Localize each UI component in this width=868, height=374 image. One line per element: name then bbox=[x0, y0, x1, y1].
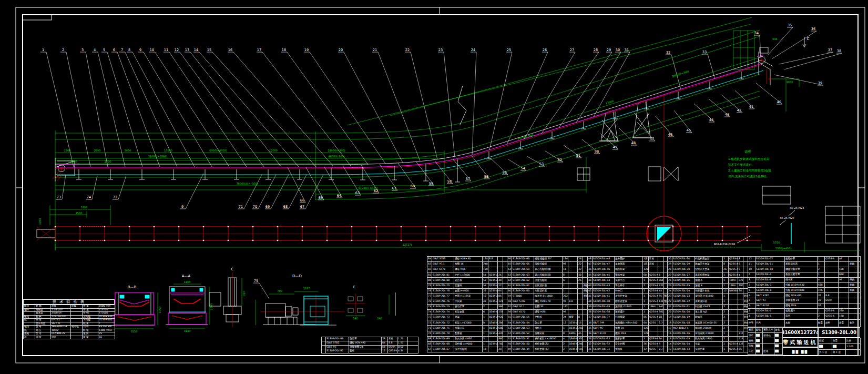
plan-node bbox=[598, 226, 599, 227]
leader-line bbox=[244, 175, 262, 209]
plan-node bbox=[326, 240, 328, 241]
leader-line bbox=[287, 52, 368, 165]
table-cell: 42 bbox=[483, 299, 488, 304]
plan-node bbox=[450, 240, 451, 241]
table-cell: 1 bbox=[818, 272, 825, 277]
balloon-17: 17 bbox=[257, 48, 261, 52]
table-cell: 50 bbox=[507, 341, 512, 347]
table-cell bbox=[568, 304, 578, 309]
plan-node bbox=[302, 240, 303, 241]
table-cell: 8 bbox=[563, 331, 568, 336]
table-cell: 75 bbox=[427, 304, 432, 309]
table-cell: 2.74 bbox=[658, 320, 663, 326]
table-cell: 3 bbox=[748, 304, 755, 309]
table-cell: 1 bbox=[483, 326, 488, 331]
table-cell bbox=[658, 257, 663, 262]
table-cell: 8 bbox=[723, 262, 729, 267]
balloon-73: 73 bbox=[57, 195, 61, 199]
balloon-24: 24 bbox=[471, 48, 475, 52]
table-cell bbox=[568, 310, 578, 315]
table-cell: 32 bbox=[578, 267, 583, 272]
table-cell: 6 bbox=[563, 278, 568, 283]
table-cell: 260 bbox=[839, 309, 849, 314]
table-cell: S1309-20L-1 bbox=[755, 314, 785, 319]
table-cell: 24 bbox=[563, 315, 568, 320]
table-cell bbox=[738, 304, 743, 309]
table-cell: S1309-20L-60 bbox=[512, 288, 534, 294]
table-cell: 更改文件 bbox=[763, 328, 774, 333]
table-cell: 32 bbox=[818, 293, 825, 298]
table-cell bbox=[825, 282, 839, 288]
balloon-21: 21 bbox=[373, 48, 377, 52]
table-cell: 64 bbox=[507, 267, 512, 272]
table-cell: 溜槽 A bbox=[695, 278, 723, 283]
plan-node bbox=[154, 226, 155, 227]
table-cell: 调心托辊组(回) bbox=[534, 272, 563, 278]
table-cell bbox=[755, 355, 763, 356]
table-cell: 尾部漏斗 bbox=[615, 310, 643, 315]
callout-label: n6 25-M20 bbox=[780, 216, 794, 219]
plan-node bbox=[425, 240, 426, 241]
table-cell: 底座 bbox=[785, 314, 818, 319]
table-cell: S1309-20L-70 bbox=[432, 331, 454, 336]
table-cell: 走廊围护 bbox=[615, 257, 643, 262]
bom-header: 件号代号名称数量材料质量备注 bbox=[748, 319, 861, 327]
table-cell: 860 bbox=[498, 336, 503, 341]
table-cell: Q235-A bbox=[488, 299, 498, 304]
table-cell: 56 bbox=[507, 310, 512, 315]
table-cell: 支腿 H=1250 bbox=[454, 294, 483, 299]
balloon-11: 11 bbox=[164, 48, 168, 52]
dim-label: 12000 bbox=[269, 149, 278, 152]
table-cell: Q235-A bbox=[568, 326, 578, 331]
table-cell: 120m bbox=[643, 267, 649, 272]
table-cell: 41 bbox=[588, 294, 593, 299]
section-label: E bbox=[353, 285, 355, 289]
balloon-49: 49 bbox=[613, 145, 617, 149]
table-cell: 16 bbox=[668, 331, 672, 336]
table-cell: 60 bbox=[643, 272, 649, 278]
table-cell: 尾部护罩 bbox=[615, 336, 643, 341]
table-cell: S1309-20L-76 bbox=[432, 299, 454, 304]
dim-label: 2500 bbox=[105, 160, 111, 163]
table-cell: 2 bbox=[818, 314, 825, 319]
leader-line bbox=[774, 75, 823, 85]
table-cell: 弹簧清扫器 bbox=[695, 299, 723, 304]
table-cell: 45 bbox=[578, 331, 583, 336]
table-cell bbox=[568, 257, 578, 262]
table-cell: S1309-20L-79 bbox=[432, 283, 454, 288]
table-cell: 85 bbox=[738, 347, 743, 352]
balloon-27: 27 bbox=[570, 48, 574, 52]
table-cell: ██ bbox=[774, 333, 783, 338]
table-cell: ██ bbox=[819, 344, 832, 350]
table-cell: 26 bbox=[578, 278, 583, 283]
table-cell: 校核 bbox=[748, 338, 755, 343]
table-cell: 外购 bbox=[849, 261, 861, 267]
leader-line bbox=[169, 52, 247, 167]
balloon-10: 10 bbox=[150, 48, 154, 52]
balloon-4: 4 bbox=[94, 48, 96, 52]
dim-label: 3000 bbox=[70, 160, 77, 163]
table-cell: Q235-A bbox=[729, 262, 738, 267]
table-cell: 彩板 bbox=[388, 337, 397, 341]
table-cell: S1309-20L-67 bbox=[432, 347, 454, 352]
table-cell: Q235-A bbox=[649, 310, 658, 315]
table-cell: 240 bbox=[483, 262, 488, 267]
table-cell bbox=[729, 299, 738, 304]
plan-node bbox=[79, 226, 80, 227]
balloon-67: 67 bbox=[300, 205, 304, 209]
table-cell: 1:100 bbox=[846, 344, 861, 350]
table-cell: S1309-20L-21 bbox=[672, 304, 695, 309]
table-cell: 12 bbox=[723, 288, 729, 294]
balloon-57: 57 bbox=[466, 177, 470, 181]
table-cell: 98 bbox=[563, 262, 568, 267]
table-cell: 64 bbox=[658, 336, 663, 341]
balloon-2: 2 bbox=[62, 48, 64, 52]
table-cell: 95 bbox=[658, 294, 663, 299]
table-cell: 防尘罩 bbox=[534, 320, 563, 326]
table-cell: 65 bbox=[498, 288, 503, 294]
leader-line bbox=[144, 52, 212, 167]
table-cell: 61 bbox=[507, 283, 512, 288]
table-cell: 65Mn bbox=[825, 298, 839, 304]
table-cell: 64 bbox=[382, 341, 388, 345]
balloon-54: 54 bbox=[521, 166, 525, 170]
